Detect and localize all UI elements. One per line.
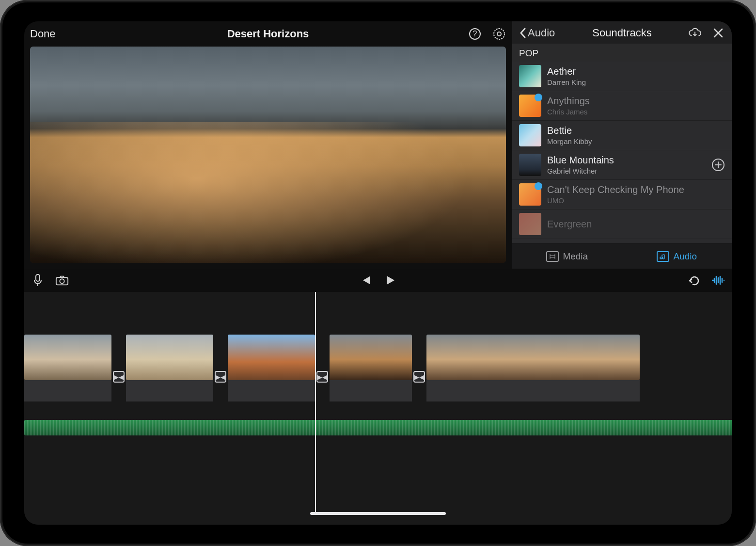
back-to-audio-button[interactable]: Audio xyxy=(519,27,555,39)
plus-circle-icon xyxy=(711,158,725,172)
soundtracks-panel: Audio Soundtracks POP xyxy=(512,21,732,269)
track-artwork xyxy=(519,154,541,176)
track-artwork xyxy=(519,95,541,117)
gear-icon[interactable] xyxy=(492,27,506,41)
close-icon[interactable] xyxy=(711,26,725,40)
transition-icon: ▶◀ xyxy=(316,371,328,383)
track-title: Evergreen xyxy=(547,219,725,230)
done-button[interactable]: Done xyxy=(30,28,56,40)
ipad-frame: Done Desert Horizons ? xyxy=(0,0,756,546)
waveform-icon[interactable] xyxy=(711,273,725,287)
transition[interactable]: ▶◀ xyxy=(412,351,426,402)
track-title: Bettie xyxy=(547,125,725,136)
track-artist: Gabriel Witcher xyxy=(547,167,706,175)
clip[interactable] xyxy=(426,335,640,402)
transport-bar xyxy=(24,269,732,292)
svg-point-3 xyxy=(497,32,501,36)
tab-media-label: Media xyxy=(563,251,588,262)
track-row[interactable]: Evergreen xyxy=(512,209,732,239)
undo-icon[interactable] xyxy=(687,273,701,287)
category-header: POP xyxy=(512,44,732,62)
svg-rect-6 xyxy=(36,274,40,281)
playhead[interactable] xyxy=(315,292,316,515)
track-list[interactable]: Aether Darren King Anythings Chris James xyxy=(512,62,732,243)
media-audio-tabs: Media Audio xyxy=(512,243,732,269)
help-icon[interactable]: ? xyxy=(468,27,482,41)
track-row[interactable]: Bettie Morgan Kibby xyxy=(512,121,732,150)
track-row[interactable]: Blue Mountains Gabriel Witcher xyxy=(512,150,732,180)
cloud-download-icon[interactable] xyxy=(688,26,702,40)
chevron-left-icon xyxy=(519,28,527,38)
transition-icon: ▶◀ xyxy=(413,371,425,383)
svg-point-8 xyxy=(60,279,64,283)
track-artwork xyxy=(519,213,541,235)
track-title: Can't Keep Checking My Phone xyxy=(547,184,725,195)
track-artist: UMO xyxy=(547,196,725,205)
media-icon xyxy=(546,251,559,262)
transition[interactable]: ▶◀ xyxy=(111,351,126,402)
video-preview[interactable] xyxy=(30,47,506,263)
svg-point-2 xyxy=(494,29,504,39)
track-title: Blue Mountains xyxy=(547,155,706,166)
transition-icon: ▶◀ xyxy=(215,371,226,383)
track-title: Aether xyxy=(547,66,725,77)
track-title: Anythings xyxy=(547,96,725,107)
tab-media[interactable]: Media xyxy=(512,244,622,269)
track-artwork xyxy=(519,65,541,87)
tab-audio[interactable]: Audio xyxy=(622,244,732,269)
svg-text:?: ? xyxy=(473,30,477,38)
audio-icon xyxy=(657,251,669,262)
track-artist: Chris James xyxy=(547,108,725,116)
track-artist: Morgan Kibby xyxy=(547,137,725,145)
back-label: Audio xyxy=(528,27,555,39)
track-artist: Darren King xyxy=(547,78,725,86)
track-artwork xyxy=(519,183,541,206)
preview-header: Done Desert Horizons ? xyxy=(24,21,512,47)
clip[interactable] xyxy=(24,335,111,402)
track-row[interactable]: Anythings Chris James xyxy=(512,91,732,121)
home-indicator[interactable] xyxy=(310,512,446,515)
soundtracks-header: Audio Soundtracks xyxy=(512,21,732,44)
add-track-button[interactable] xyxy=(711,158,725,172)
transition[interactable]: ▶◀ xyxy=(315,351,330,402)
tab-audio-label: Audio xyxy=(673,251,697,262)
project-title: Desert Horizons xyxy=(227,28,309,40)
track-row[interactable]: Aether Darren King xyxy=(512,62,732,91)
track-artwork xyxy=(519,124,541,146)
video-track[interactable]: ▶◀ ▶◀ ▶◀ ▶◀ xyxy=(24,335,732,402)
skip-to-start-icon[interactable] xyxy=(359,273,372,287)
transition[interactable]: ▶◀ xyxy=(213,351,228,402)
track-row[interactable]: Can't Keep Checking My Phone UMO xyxy=(512,180,732,209)
camera-icon[interactable] xyxy=(55,273,69,287)
preview-pane: Done Desert Horizons ? xyxy=(24,21,512,269)
play-icon[interactable] xyxy=(384,273,397,287)
audio-track[interactable] xyxy=(24,420,732,435)
panel-title: Soundtracks xyxy=(592,27,651,39)
app-screen: Done Desert Horizons ? xyxy=(24,21,732,525)
clip[interactable] xyxy=(228,335,315,402)
timeline[interactable]: ▶◀ ▶◀ ▶◀ ▶◀ xyxy=(24,292,732,525)
microphone-icon[interactable] xyxy=(31,273,45,287)
clip[interactable] xyxy=(330,335,412,402)
clip[interactable] xyxy=(126,335,213,402)
transition-icon: ▶◀ xyxy=(113,371,125,383)
